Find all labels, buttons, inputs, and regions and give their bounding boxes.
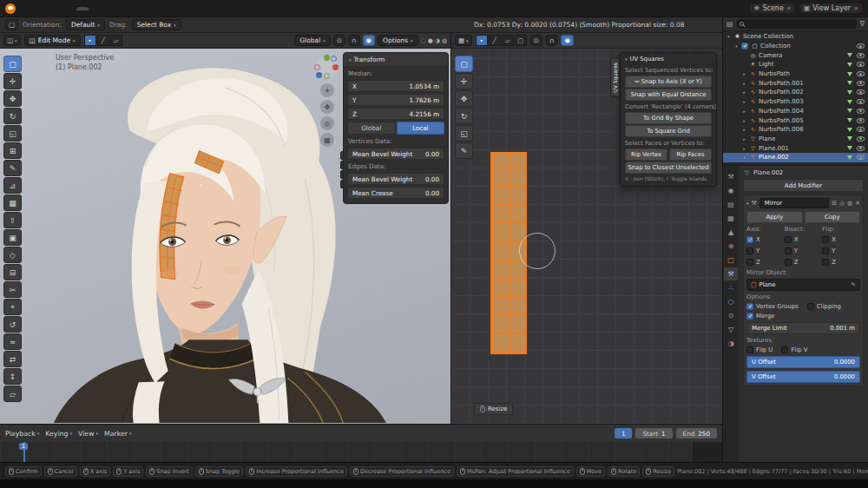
pan-icon[interactable]: ✥ <box>320 100 334 114</box>
active-tool-icon[interactable]: ▢ <box>5 19 18 30</box>
transform-panel-header[interactable]: ▾ Transform <box>344 53 448 66</box>
menu-item[interactable] <box>45 8 52 10</box>
outliner-row[interactable]: ▸ ▽ Plane <box>723 135 868 144</box>
u-offset-slider[interactable]: U Offset0.0000 <box>746 356 860 368</box>
realtime-display-icon[interactable]: ◎ <box>839 200 845 207</box>
snap-equal-distance-button[interactable]: Snap with Equal Distance <box>625 89 712 101</box>
uv-pivot-dropdown[interactable]: ⊙ <box>530 35 542 46</box>
tool-add-cube[interactable]: ▦ <box>3 195 22 211</box>
median-z-field[interactable]: Z4.2156 m <box>347 108 444 120</box>
workspace-tab[interactable] <box>168 7 180 10</box>
close-icon[interactable]: ✕ <box>855 200 860 207</box>
workspace-tab[interactable] <box>155 7 167 10</box>
tool-knife[interactable]: ✂ <box>3 281 22 298</box>
frame-end-field[interactable]: End250 <box>676 428 717 439</box>
expand-icon[interactable]: ▸ <box>741 136 747 142</box>
workspace-tab[interactable] <box>141 7 154 10</box>
wireframe-shading-icon[interactable]: ◌ <box>421 37 426 44</box>
outliner-row[interactable]: ▸ ∿ NurbsPath.001 <box>723 78 868 88</box>
uv-squares-sidebar-tab[interactable]: UV Squares <box>610 58 620 97</box>
edge-select-mode-button[interactable]: ╱ <box>97 35 109 46</box>
tool-annotate[interactable]: ✎ <box>3 160 22 176</box>
orientation-dropdown[interactable]: Default▾ <box>66 19 105 30</box>
tool-shrink-fatten[interactable]: ↕ <box>3 368 22 385</box>
copy-button[interactable]: Copy <box>805 211 861 223</box>
flip-v-checkbox[interactable]: Flip V <box>781 346 807 353</box>
expand-icon[interactable]: ▸ <box>741 118 747 123</box>
uv-proportional-edit-toggle[interactable]: ◉ <box>561 35 574 46</box>
transport-button[interactable] <box>342 432 345 434</box>
mirror-bisect-y-checkbox[interactable]: Y <box>785 247 823 255</box>
expand-icon[interactable]: ▸ <box>741 89 747 95</box>
workspace-tab[interactable] <box>102 7 115 10</box>
expand-icon[interactable]: ▾ <box>726 34 732 39</box>
viewport-menu-item[interactable] <box>157 40 164 42</box>
merge-limit-slider[interactable]: Merge Limit0.001 m <box>746 322 860 334</box>
tool-poly-build[interactable]: ⌖ <box>3 299 22 315</box>
outliner-search-input[interactable] <box>736 19 858 29</box>
median-y-field[interactable]: Y1.7626 m <box>347 94 444 106</box>
add-modifier-dropdown[interactable]: Add Modifier <box>743 179 864 192</box>
expand-icon[interactable]: ▾ <box>733 43 740 49</box>
eyedropper-icon[interactable]: ✎ <box>851 281 856 288</box>
visibility-toggle-icon[interactable] <box>857 99 865 104</box>
uv-squares-panel-header[interactable]: ▾ UV Squares <box>621 53 716 65</box>
expand-icon[interactable]: ▸ <box>741 109 747 114</box>
tool-smooth[interactable]: ≈ <box>3 333 22 350</box>
mode-selector[interactable]: ◫ Edit Mode ▾ <box>24 35 81 46</box>
current-frame-field[interactable]: 1 <box>615 428 633 439</box>
tool-select-box[interactable]: ▢ <box>3 56 22 72</box>
mirror-axis-z-checkbox[interactable]: Z <box>746 258 785 267</box>
uv-island-select-button[interactable]: ▢ <box>515 35 527 46</box>
visibility-toggle-icon[interactable] <box>857 43 865 49</box>
tab-view-layer[interactable]: ▦ <box>724 212 738 225</box>
menu-item[interactable] <box>28 8 35 10</box>
transport-button[interactable] <box>363 432 366 434</box>
blender-logo-icon[interactable] <box>5 3 16 14</box>
viewport-menu-item[interactable] <box>126 40 133 42</box>
timeline-menu-item[interactable]: Marker▾ <box>104 430 131 438</box>
tab-modifiers[interactable]: ⚒ <box>724 267 738 280</box>
uv-tool-rotate[interactable]: ↻ <box>455 108 473 124</box>
edge-bevel-weight-field[interactable]: Mean Bevel Weight0.00 <box>347 173 444 185</box>
uv-canvas[interactable]: ▢✛✥↻◱✎ UV Squares ▾ UV Squares Select Se… <box>451 49 722 424</box>
options-dropdown[interactable]: Options▾ <box>378 35 418 46</box>
material-shading-icon[interactable]: ◑ <box>435 37 440 44</box>
menu-item[interactable] <box>36 8 43 10</box>
menu-item[interactable] <box>54 8 61 10</box>
global-toggle-button[interactable]: Global <box>347 122 396 135</box>
transport-button[interactable] <box>370 432 373 434</box>
to-grid-by-shape-button[interactable]: To Grid By Shape <box>625 112 712 124</box>
mirror-flip-x-checkbox[interactable]: X <box>822 235 860 244</box>
timeline-menu-item[interactable]: Playback▾ <box>5 430 39 438</box>
uv-edge-select-button[interactable]: ╱ <box>489 35 501 46</box>
uv-tool-scale[interactable]: ◱ <box>455 125 473 142</box>
outliner-row[interactable]: ▸ ▽ Plane.001 <box>723 143 868 153</box>
apply-button[interactable]: Apply <box>746 211 803 223</box>
viewport-menu-item[interactable] <box>181 40 187 42</box>
merge-checkbox[interactable]: Merge <box>746 313 775 320</box>
visibility-toggle-icon[interactable] <box>857 109 865 114</box>
transform-orientation-dropdown[interactable]: Global▾ <box>294 35 330 46</box>
tool-spin[interactable]: ↺ <box>3 316 22 333</box>
visibility-toggle-icon[interactable] <box>857 155 865 160</box>
outliner-row[interactable]: ▸ ∿ NurbsPath.003 <box>723 97 868 107</box>
snap-to-axis-button[interactable]: ⇔ Snap to Axis (X or Y) <box>625 76 712 88</box>
uv-tool-move[interactable]: ✥ <box>455 90 473 107</box>
playhead[interactable]: 1 <box>19 443 28 450</box>
frame-start-field[interactable]: Start1 <box>635 428 672 439</box>
v-offset-slider[interactable]: V Offset0.0000 <box>746 371 860 383</box>
outliner-row[interactable]: ▸ ∿ NurbsPath.002 <box>723 88 868 97</box>
outliner-row[interactable]: ▾ ❖ Scene Collection <box>723 32 868 42</box>
mirror-flip-z-checkbox[interactable]: Z <box>822 258 860 267</box>
workspace-tab[interactable] <box>194 7 206 10</box>
workspace-tab[interactable] <box>181 7 193 10</box>
viewport-menu-item[interactable] <box>141 40 148 42</box>
tab-material[interactable]: ◑ <box>724 337 738 350</box>
mirror-axis-x-checkbox[interactable]: X <box>746 235 785 244</box>
vertex-select-mode-button[interactable]: ∙ <box>84 35 96 46</box>
zoom-icon[interactable]: + <box>320 83 334 97</box>
expand-icon[interactable]: ▸ <box>741 146 747 151</box>
expand-icon[interactable]: ▸ <box>741 127 747 132</box>
viewport-menu-item[interactable] <box>149 40 156 42</box>
